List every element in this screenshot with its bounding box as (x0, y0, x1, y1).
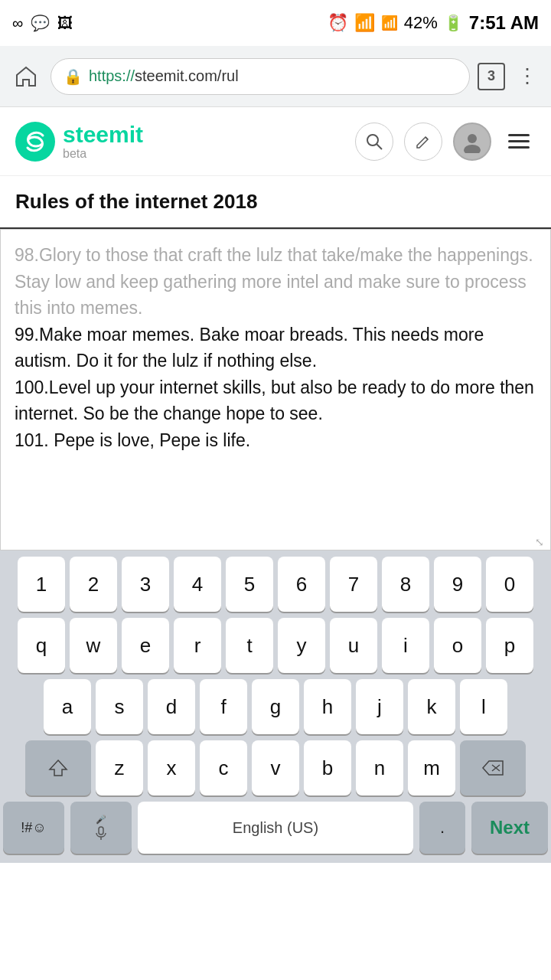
key-c[interactable]: c (200, 740, 247, 795)
menu-line-1 (508, 134, 530, 136)
key-o[interactable]: o (434, 618, 481, 673)
alarm-icon: ⏰ (328, 13, 348, 33)
key-s[interactable]: s (96, 679, 143, 734)
next-key[interactable]: Next (471, 802, 548, 854)
key-x[interactable]: x (148, 740, 195, 795)
key-l[interactable]: l (460, 679, 507, 734)
symbols-key[interactable]: !#☺ (3, 802, 64, 854)
mic-key[interactable]: 🎤 (70, 802, 132, 854)
steemit-logo-icon (15, 122, 55, 162)
lock-icon: 🔒 (64, 67, 83, 86)
url-bar[interactable]: 🔒 https://steemit.com/rul (51, 58, 470, 95)
key-q[interactable]: q (18, 618, 65, 673)
space-key[interactable]: English (US) (138, 802, 413, 854)
steemit-beta: beta (63, 147, 86, 161)
svg-point-3 (468, 134, 477, 143)
key-w[interactable]: w (70, 618, 117, 673)
menu-line-2 (508, 140, 530, 142)
key-n[interactable]: n (356, 740, 403, 795)
menu-line-3 (508, 146, 530, 149)
key-u[interactable]: u (330, 618, 377, 673)
key-a[interactable]: a (44, 679, 91, 734)
svg-point-1 (367, 135, 378, 145)
key-j[interactable]: j (356, 679, 403, 734)
key-9[interactable]: 9 (434, 557, 481, 612)
keyboard-row3: z x c v b n m (3, 740, 548, 795)
wifi-icon: 📶 (354, 13, 375, 33)
key-t[interactable]: t (226, 618, 273, 673)
keyboard-row1: q w e r t y u i o p (3, 618, 548, 673)
user-avatar[interactable] (453, 122, 491, 161)
url-domain: steemit.com (135, 67, 217, 84)
battery-icon: 🔋 (444, 14, 463, 32)
shift-key[interactable] (25, 740, 91, 795)
icon-image: 🖼 (57, 15, 73, 32)
steemit-header: steemit beta (0, 107, 551, 176)
tab-count-badge[interactable]: 3 (478, 63, 505, 90)
home-button[interactable] (9, 60, 43, 93)
key-m[interactable]: m (408, 740, 455, 795)
key-r[interactable]: r (174, 618, 221, 673)
content-faded: 98.Glory to those that craft the lulz th… (15, 245, 533, 318)
page-title-box: Rules of the internet 2018 (0, 176, 551, 229)
browser-bar: 🔒 https://steemit.com/rul 3 ⋮ (0, 46, 551, 107)
content-rule99: 99.Make moar memes. Bake moar breads. Th… (15, 325, 484, 371)
header-icons (355, 122, 536, 161)
key-i[interactable]: i (382, 618, 429, 673)
key-g[interactable]: g (252, 679, 299, 734)
url-protocol: https:// (89, 67, 135, 84)
keyboard-bottom-row: !#☺ 🎤 English (US) . Next (3, 802, 548, 854)
steemit-name: steemit (63, 122, 143, 147)
content-area[interactable]: 98.Glory to those that craft the lulz th… (0, 229, 551, 550)
content-rule101: 101. Pepe is love, Pepe is life. (15, 430, 250, 450)
content-text: 98.Glory to those that craft the lulz th… (15, 242, 536, 453)
svg-point-4 (464, 145, 481, 153)
period-key[interactable]: . (419, 802, 465, 854)
key-0[interactable]: 0 (486, 557, 533, 612)
key-y[interactable]: y (278, 618, 325, 673)
steemit-logo[interactable]: steemit beta (15, 122, 143, 162)
keyboard: 1 2 3 4 5 6 7 8 9 0 q w e r t y u i o p … (0, 550, 551, 863)
svg-rect-8 (99, 827, 103, 835)
key-k[interactable]: k (408, 679, 455, 734)
page-title: Rules of the internet 2018 (15, 190, 257, 213)
key-3[interactable]: 3 (122, 557, 169, 612)
key-e[interactable]: e (122, 618, 169, 673)
key-2[interactable]: 2 (70, 557, 117, 612)
status-right-icons: ⏰ 📶 📶 42% 🔋 7:51 AM (328, 12, 539, 34)
steemit-name-wrap: steemit beta (63, 122, 143, 161)
search-button[interactable] (355, 122, 393, 161)
status-left-icons: ∞ 💬 🖼 (12, 14, 73, 32)
browser-menu-button[interactable]: ⋮ (513, 60, 542, 93)
key-p[interactable]: p (486, 618, 533, 673)
keyboard-number-row: 1 2 3 4 5 6 7 8 9 0 (3, 557, 548, 612)
key-6[interactable]: 6 (278, 557, 325, 612)
write-button[interactable] (404, 122, 442, 161)
keyboard-row2: a s d f g h j k l (3, 679, 548, 734)
hamburger-menu-button[interactable] (502, 128, 536, 155)
url-text: https://steemit.com/rul (89, 67, 239, 85)
svg-marker-5 (50, 760, 67, 776)
key-z[interactable]: z (96, 740, 143, 795)
url-path: /rul (217, 67, 239, 84)
content-rule100: 100.Level up your internet skills, but a… (15, 377, 534, 424)
key-5[interactable]: 5 (226, 557, 273, 612)
icon-infinity: ∞ (12, 15, 23, 32)
key-4[interactable]: 4 (174, 557, 221, 612)
resize-handle[interactable]: ⤡ (535, 534, 547, 547)
battery-percent: 42% (404, 13, 438, 33)
status-time: 7:51 AM (469, 12, 539, 34)
signal-icon: 📶 (381, 15, 398, 31)
key-7[interactable]: 7 (330, 557, 377, 612)
key-v[interactable]: v (252, 740, 299, 795)
svg-point-0 (15, 122, 55, 162)
key-f[interactable]: f (200, 679, 247, 734)
key-b[interactable]: b (304, 740, 351, 795)
delete-key[interactable] (460, 740, 526, 795)
svg-line-2 (377, 144, 382, 149)
key-h[interactable]: h (304, 679, 351, 734)
key-8[interactable]: 8 (382, 557, 429, 612)
key-d[interactable]: d (148, 679, 195, 734)
key-1[interactable]: 1 (18, 557, 65, 612)
icon-messenger: 💬 (31, 14, 50, 32)
